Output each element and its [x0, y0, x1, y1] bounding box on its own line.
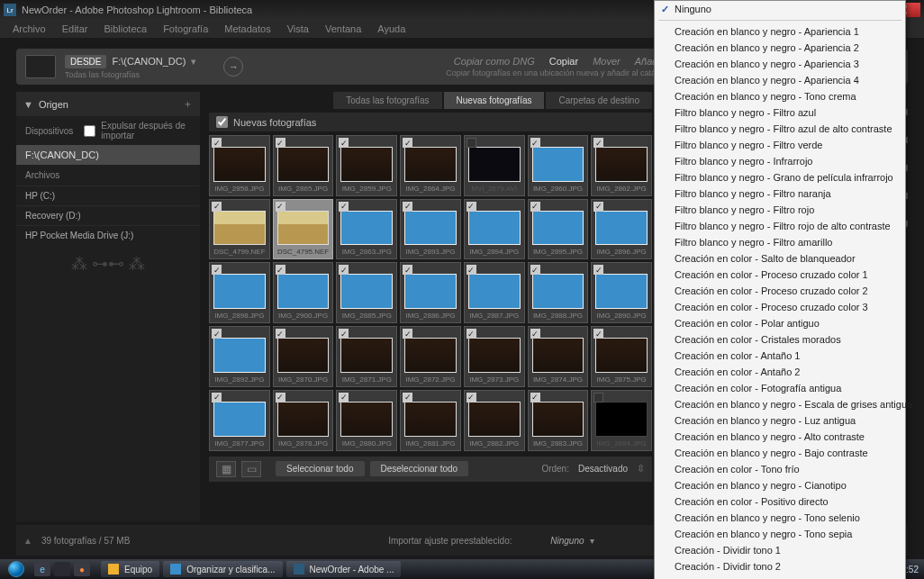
thumb-checkbox[interactable]: ✓: [403, 202, 412, 212]
preset-option[interactable]: Creación en color - Fotografía antigua: [655, 380, 905, 396]
thumb-checkbox[interactable]: ✓: [467, 393, 476, 403]
preset-option[interactable]: Creación en blanco y negro - Tono sepia: [655, 526, 905, 542]
preset-option[interactable]: Creación - Dividir tono 3: [655, 574, 905, 579]
preset-option[interactable]: Filtro blanco y negro - Filtro naranja: [655, 185, 905, 202]
menu-editar[interactable]: Editar: [55, 22, 95, 36]
thumb-checkbox[interactable]: ✓: [212, 138, 222, 148]
preset-option[interactable]: Creación - Dividir tono 1: [655, 542, 905, 558]
sort-updown-icon[interactable]: ⇳: [637, 463, 645, 475]
thumb-checkbox[interactable]: ✓: [403, 393, 412, 403]
eject-checkbox[interactable]: [84, 125, 95, 137]
action-copy-dng[interactable]: Copiar como DNG: [454, 56, 535, 67]
thumbnail[interactable]: ✓IMG_2860.JPG: [528, 135, 589, 196]
preset-option[interactable]: Filtro blanco y negro - Filtro amarillo: [655, 234, 905, 250]
preset-option[interactable]: Filtro blanco y negro - Filtro rojo de a…: [655, 218, 905, 234]
preset-option[interactable]: Filtro blanco y negro - Filtro verde: [655, 137, 905, 153]
thumb-checkbox[interactable]: ✓: [593, 265, 603, 275]
thumb-checkbox[interactable]: ✓: [212, 329, 222, 339]
thumb-checkbox[interactable]: ✓: [212, 393, 222, 403]
tab-dest-folders[interactable]: Carpetas de destino: [546, 92, 652, 109]
menu-ventana[interactable]: Ventana: [318, 22, 368, 36]
preset-option[interactable]: Creación en blanco y negro - Apariencia …: [655, 72, 905, 88]
thumbnail[interactable]: ✓IMG_2881.JPG: [400, 390, 461, 451]
thumbnail[interactable]: ✓IMG_2887.JPG: [464, 262, 525, 323]
taskbar-button[interactable]: Organizar y clasifica...: [163, 561, 282, 577]
thumbnail[interactable]: ✓IMG_2892.JPG: [209, 326, 270, 387]
import-preset-value[interactable]: Ninguno: [550, 536, 584, 546]
thumb-checkbox[interactable]: ✓: [593, 202, 603, 212]
origin-panel-header[interactable]: ▼ Origen ＋: [16, 92, 200, 116]
thumbnail[interactable]: ✓MVI_2879.AVI: [464, 135, 525, 196]
plus-icon[interactable]: ＋: [183, 97, 193, 111]
preset-option[interactable]: Creación en blanco y negro - Apariencia …: [655, 40, 905, 56]
thumb-checkbox[interactable]: ✓: [339, 202, 349, 212]
preset-option[interactable]: Creación en color - Antaño 2: [655, 364, 905, 380]
grid-view-icon[interactable]: ▦: [216, 461, 236, 477]
thumbnail[interactable]: ✓IMG_2893.JPG: [400, 199, 461, 260]
menu-archivo[interactable]: Archivo: [5, 22, 53, 36]
thumbnail[interactable]: ✓IMG_2863.JPG: [336, 199, 397, 260]
thumb-checkbox[interactable]: ✓: [467, 202, 476, 212]
tab-new-photos[interactable]: Nuevas fotografías: [444, 92, 545, 109]
thumb-checkbox[interactable]: ✓: [403, 138, 412, 148]
thumbnail[interactable]: ✓IMG_2865.JPG: [273, 135, 334, 196]
preset-option[interactable]: Filtro blanco y negro - Infrarrojo: [655, 153, 905, 169]
preset-option[interactable]: Creación en color - Proceso cruzado colo…: [655, 267, 905, 283]
preset-option[interactable]: Creación en color - Cristales morados: [655, 331, 905, 348]
thumbnail[interactable]: ✓IMG_2882.JPG: [464, 390, 525, 451]
thumb-checkbox[interactable]: ✓: [593, 329, 603, 339]
thumbnail[interactable]: ✓IMG_2859.JPG: [336, 135, 397, 196]
taskbar-button[interactable]: Equipo: [101, 561, 159, 577]
preset-option[interactable]: Creación en blanco y negro - Tono seleni…: [655, 510, 905, 526]
thumbnail[interactable]: ✓IMG_2871.JPG: [336, 326, 397, 387]
preset-option[interactable]: Creación en color - Proceso cruzado colo…: [655, 283, 905, 299]
thumb-checkbox[interactable]: ✓: [403, 329, 412, 339]
deselect-all-button[interactable]: Deseleccionar todo: [370, 461, 469, 476]
preset-option[interactable]: Filtro blanco y negro - Grano de películ…: [655, 169, 905, 185]
thumbnail[interactable]: ✓IMG_2886.JPG: [400, 262, 461, 323]
thumbnail[interactable]: ✓IMG_2883.JPG: [528, 390, 589, 451]
preset-option[interactable]: Creación en color - Positivo directo: [655, 493, 905, 510]
menu-vista[interactable]: Vista: [280, 22, 316, 36]
thumb-checkbox[interactable]: ✓: [530, 138, 540, 148]
quicklaunch-ie-icon[interactable]: e: [34, 562, 50, 576]
thumb-checkbox[interactable]: ✓: [467, 138, 476, 148]
taskbar-button[interactable]: NewOrder - Adobe ...: [286, 561, 402, 577]
chevron-down-icon[interactable]: ▾: [191, 56, 196, 68]
thumbnail[interactable]: ✓IMG_2888.JPG: [528, 262, 589, 323]
menu-biblioteca[interactable]: Biblioteca: [96, 22, 154, 36]
preset-option[interactable]: Filtro blanco y negro - Filtro azul de a…: [655, 121, 905, 137]
preset-option[interactable]: Creación en blanco y negro - Cianotipo: [655, 477, 905, 493]
thumbnail[interactable]: ✓IMG_2890.JPG: [591, 262, 652, 323]
quicklaunch-firefox-icon[interactable]: ●: [74, 562, 90, 576]
menu-fotografía[interactable]: Fotografía: [156, 22, 215, 36]
thumb-checkbox[interactable]: ✓: [276, 202, 285, 212]
thumbnail[interactable]: ✓IMG_2877.JPG: [209, 390, 270, 451]
preset-option[interactable]: Creación en blanco y negro - Luz antigua: [655, 412, 905, 429]
thumbnail[interactable]: ✓IMG_2878.JPG: [273, 390, 334, 451]
preset-option[interactable]: Creación en blanco y negro - Tono crema: [655, 88, 905, 104]
action-move[interactable]: Mover: [593, 56, 621, 67]
thumbnail[interactable]: ✓IMG_2872.JPG: [400, 326, 461, 387]
thumbnail[interactable]: ✓IMG_2898.JPG: [209, 262, 270, 323]
source-path[interactable]: F:\(CANON_DC): [112, 56, 186, 67]
preset-option[interactable]: Creación en color - Salto de blanqueador: [655, 250, 905, 267]
triangle-up-icon[interactable]: ▲: [23, 536, 32, 546]
thumbnail[interactable]: ✓IMG_2875.JPG: [591, 326, 652, 387]
quicklaunch-icon[interactable]: [54, 562, 70, 576]
thumb-checkbox[interactable]: ✓: [593, 138, 603, 148]
archive-item[interactable]: HP Pocket Media Drive (J:): [16, 225, 200, 245]
tab-all-photos[interactable]: Todas las fotografías: [333, 92, 441, 109]
thumbnail[interactable]: ✓IMG_2884.JPG: [591, 390, 652, 451]
chevron-down-icon[interactable]: ▾: [590, 536, 594, 546]
thumbnail[interactable]: ✓IMG_2870.JPG: [273, 326, 334, 387]
loupe-view-icon[interactable]: ▭: [241, 461, 261, 477]
thumb-checkbox[interactable]: ✓: [212, 265, 222, 275]
select-all-button[interactable]: Seleccionar todo: [276, 461, 365, 476]
thumb-checkbox[interactable]: ✓: [403, 265, 412, 275]
start-button[interactable]: [0, 559, 32, 579]
preset-option[interactable]: Creación en color - Proceso cruzado colo…: [655, 299, 905, 315]
thumb-checkbox[interactable]: ✓: [467, 265, 476, 275]
preset-option[interactable]: Creación en blanco y negro - Alto contra…: [655, 429, 905, 445]
menu-ayuda[interactable]: Ayuda: [370, 22, 412, 36]
